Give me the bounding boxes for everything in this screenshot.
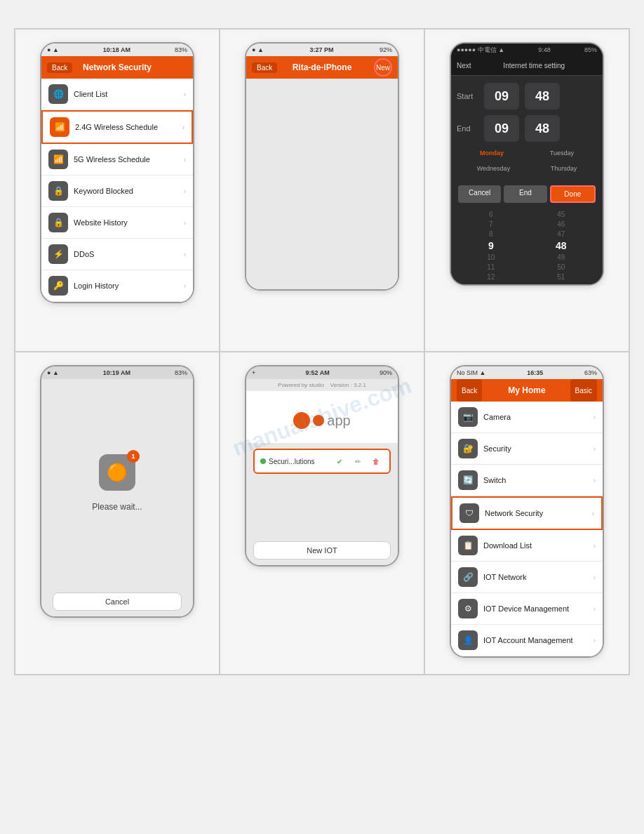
end-min-box[interactable]: 48 (525, 115, 560, 142)
status-right-6: 63% (584, 369, 597, 376)
myhome-icon-iot-device: ⚙ (458, 599, 478, 618)
scroll-9[interactable]: 9 (488, 239, 494, 252)
myhome-item-switch[interactable]: 🔄 Switch › (451, 465, 603, 496)
end-time-btn[interactable]: End (504, 185, 546, 203)
basic-button-6[interactable]: Basic (570, 379, 597, 402)
status-right-1: 83% (175, 46, 187, 53)
version: Version : 3.2.1 (330, 382, 366, 388)
menu-item-client-list[interactable]: 🌐 Client List › (41, 79, 193, 110)
menu-item-ddos[interactable]: ⚡ DDoS › (41, 239, 193, 270)
scroll-50: 50 (557, 263, 565, 272)
scroll-7: 7 (489, 220, 493, 229)
delete-icon[interactable]: 🗑 (368, 454, 384, 469)
myhome-item-iot-device[interactable]: ⚙ IOT Device Management › (451, 593, 603, 625)
start-hour-box[interactable]: 09 (484, 83, 519, 110)
cancel-time-btn[interactable]: Cancel (458, 185, 501, 203)
scroll-48[interactable]: 48 (556, 239, 567, 252)
phone-1: ● ▲ 10:18 AM 83% Back Network Security 🌐… (40, 42, 194, 303)
myhome-icon-network-security: 🛡 (459, 503, 479, 523)
back-button-2[interactable]: Back (252, 62, 277, 73)
scroll-12: 12 (487, 272, 495, 282)
day-monday[interactable]: Monday (476, 147, 507, 159)
menu-arrow-1: › (184, 91, 186, 98)
scroll-49: 49 (557, 253, 565, 262)
myhome-item-iot-network[interactable]: 🔗 IOT Network › (451, 562, 603, 593)
myhome-icon-switch: 🔄 (458, 470, 478, 490)
done-time-btn[interactable]: Done (550, 185, 596, 203)
phone-3: ●●●●● 中電信 ▲ 9:48 85% Next Internet time … (450, 42, 604, 286)
new-button-2[interactable]: New (374, 58, 392, 77)
phone-2: ● ▲ 3:27 PM 92% Back Rita-de-iPhone New (245, 42, 399, 291)
checkmark-icon[interactable]: ✔ (332, 454, 347, 469)
myhome-arrow-iot-account: › (593, 637, 596, 644)
myhome-arrow-security: › (593, 445, 596, 453)
menu-item-wireless-24[interactable]: 📶 2.4G Wireless Schedule › (41, 110, 193, 144)
nav-bar-6: Back My Home Basic (451, 379, 603, 402)
battery-1: 83% (175, 46, 187, 53)
status-bar-1: ● ▲ 10:18 AM 83% (41, 44, 193, 56)
menu-label-keyword-blocked: Keyword Blocked (74, 187, 184, 195)
app-security-item[interactable]: Securi...lutions ✔ ✏ 🗑 (253, 449, 391, 474)
menu-item-website-history[interactable]: 🔒 Website History › (41, 207, 193, 239)
cell-6: No SIM ▲ 16:35 63% Back My Home Basic 📷 … (424, 352, 629, 675)
wait-content-4: 🟠 1 Please wait... (41, 379, 193, 587)
day-wednesday[interactable]: Wednesday (474, 163, 514, 174)
myhome-label-iot-network: IOT Network (483, 573, 593, 581)
phone-4: ● ▲ 10:19 AM 83% 🟠 1 Please wait... Canc… (40, 365, 194, 618)
myhome-arrow-camera: › (593, 413, 596, 421)
menu-arrow-3: › (184, 156, 186, 164)
wait-badge: 1 (127, 450, 140, 463)
logo-dot-small (313, 415, 324, 426)
new-iot-button[interactable]: New IOT (253, 541, 391, 560)
menu-icon-wireless-24: 📶 (50, 117, 69, 137)
cell-1: ● ▲ 10:18 AM 83% Back Network Security 🌐… (15, 29, 220, 352)
end-row: End 09 48 (457, 115, 597, 142)
menu-arrow-5: › (184, 219, 186, 227)
day-thursday[interactable]: Thursday (547, 163, 581, 174)
myhome-label-camera: Camera (483, 413, 593, 421)
myhome-label-download-list: Download List (483, 541, 593, 550)
menu-item-login-history[interactable]: 🔑 Login History › (41, 270, 193, 302)
number-scroll: 6 7 8 9 10 11 12 45 46 47 48 49 50 (451, 207, 603, 284)
time-2: 3:27 PM (309, 46, 333, 53)
scroll-47: 47 (557, 230, 565, 239)
status-left-5: + (252, 369, 255, 376)
wait-label: Please wait... (92, 502, 142, 512)
menu-icon-website-history: 🔒 (48, 213, 68, 232)
wait-icon-wrap: 🟠 1 (99, 454, 135, 491)
myhome-item-network-security[interactable]: 🛡 Network Security › (451, 496, 603, 530)
myhome-label-switch: Switch (483, 476, 593, 484)
myhome-label-iot-device: IOT Device Management (483, 604, 593, 613)
status-bar-6: No SIM ▲ 16:35 63% (451, 366, 603, 379)
scroll-51: 51 (557, 272, 565, 282)
menu-arrow-6: › (184, 251, 186, 258)
myhome-item-download-list[interactable]: 📋 Download List › (451, 530, 603, 562)
menu-item-wireless-5g[interactable]: 📶 5G Wireless Schedule › (41, 144, 193, 176)
time-nav-3: Next Internet time setting (451, 56, 603, 76)
myhome-item-iot-account[interactable]: 👤 IOT Account Management › (451, 625, 603, 656)
myhome-label-iot-account: IOT Account Management (483, 636, 593, 644)
menu-item-keyword-blocked[interactable]: 🔒 Keyword Blocked › (41, 176, 193, 207)
status-right-3: 85% (584, 46, 597, 53)
menu-label-wireless-24: 2.4G Wireless Schedule (75, 123, 182, 131)
myhome-arrow-iot-network: › (593, 574, 596, 581)
menu-icon-wireless-5g: 📶 (48, 150, 68, 169)
scroll-10: 10 (487, 253, 495, 262)
empty-content-2 (246, 79, 398, 289)
back-button-6[interactable]: Back (457, 379, 482, 402)
cancel-wait-btn[interactable]: Cancel (53, 593, 182, 611)
time-nav-left: Next (457, 62, 471, 70)
app-header-5: Powered by studio Version : 3.2.1 (246, 379, 398, 391)
myhome-item-security[interactable]: 🔐 Security › (451, 433, 603, 465)
time-3: 9:48 (538, 46, 551, 53)
menu-icon-keyword-blocked: 🔒 (48, 181, 68, 201)
myhome-item-camera[interactable]: 📷 Camera › (451, 402, 603, 433)
status-bar-5: + 9:52 AM 90% (246, 366, 398, 379)
end-hour-box[interactable]: 09 (484, 115, 519, 142)
back-button-1[interactable]: Back (47, 62, 72, 73)
myhome-arrow-network-security: › (592, 510, 594, 517)
start-min-box[interactable]: 48 (525, 83, 560, 110)
scroll-col-left: 6 7 8 9 10 11 12 (487, 210, 495, 282)
edit-icon[interactable]: ✏ (350, 454, 365, 469)
day-tuesday[interactable]: Tuesday (546, 147, 577, 159)
